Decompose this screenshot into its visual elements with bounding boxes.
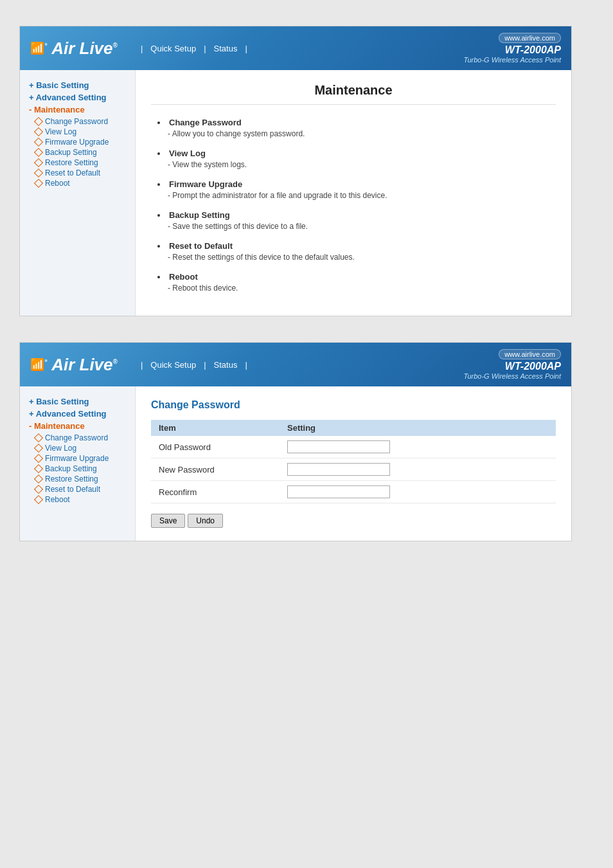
old-password-label: Old Password — [151, 436, 280, 458]
sidebar-backup-setting-2[interactable]: Backup Setting — [35, 464, 126, 473]
sidebar-firmware-upgrade-1[interactable]: Firmware Upgrade — [35, 138, 126, 147]
reconfirm-input[interactable] — [287, 485, 390, 498]
reconfirm-label: Reconfirm — [151, 481, 280, 503]
maint-reboot: Reboot - Reboot this device. — [151, 272, 556, 293]
nav-pipe-1: | — [141, 44, 143, 53]
save-button[interactable]: Save — [151, 514, 185, 528]
header-right-1: www.airlive.com WT-2000AP Turbo-G Wirele… — [464, 33, 562, 64]
table-row-new-password: New Password — [151, 458, 556, 481]
diamond-icon-11 — [34, 464, 43, 473]
sidebar-view-log-2[interactable]: View Log — [35, 444, 126, 453]
wifi-icon-1: 📶 — [30, 41, 44, 55]
sidebar-reset-default-2[interactable]: Reset to Default — [35, 485, 126, 494]
diamond-icon-10 — [34, 454, 43, 463]
brand-subtitle-2: Turbo-G Wireless Access Point — [464, 372, 562, 380]
brand-logo-2: • Air Live® — [44, 355, 118, 375]
nav-pipe-6: | — [245, 360, 247, 370]
maint-fw-desc: - Prompt the administrator for a file an… — [168, 191, 556, 200]
sidebar-maintenance-2[interactable]: - Maintenance — [29, 421, 126, 431]
maint-reset-default: Reset to Default - Reset the settings of… — [151, 241, 556, 262]
brand-model-2: WT-2000AP — [464, 361, 562, 372]
diamond-icon-6 — [34, 168, 43, 177]
main-content-2: Change Password Item Setting Old Passwor… — [136, 386, 571, 541]
sidebar-advanced-setting-1[interactable]: + Advanced Setting — [29, 93, 126, 102]
sidebar-backup-setting-1[interactable]: Backup Setting — [35, 148, 126, 157]
nav-pipe-5: | — [204, 360, 206, 370]
col-item-header: Item — [151, 420, 280, 436]
logo-area-1: 📶 • Air Live® — [30, 39, 118, 59]
sidebar-change-password-1[interactable]: Change Password — [35, 117, 126, 126]
diamond-icon-4 — [34, 148, 43, 157]
sidebar-2: + Basic Setting + Advanced Setting - Mai… — [20, 386, 136, 541]
diamond-icon-5 — [34, 158, 43, 167]
sidebar-reset-default-1[interactable]: Reset to Default — [35, 168, 126, 177]
sidebar-maintenance-1[interactable]: - Maintenance — [29, 105, 126, 114]
status-link-1[interactable]: Status — [214, 44, 238, 53]
body-area-2: + Basic Setting + Advanced Setting - Mai… — [20, 386, 571, 541]
header-left-1: 📶 • Air Live® | Quick Setup | Status | — [30, 39, 251, 59]
diamond-icon-7 — [34, 179, 43, 188]
sidebar-view-log-1[interactable]: View Log — [35, 127, 126, 136]
change-password-title: Change Password — [151, 399, 556, 411]
col-setting-header: Setting — [280, 420, 556, 436]
header-left-2: 📶 • Air Live® | Quick Setup | Status | — [30, 355, 251, 375]
sidebar-restore-setting-2[interactable]: Restore Setting — [35, 475, 126, 484]
maint-bk-title: Backup Setting — [157, 210, 556, 220]
form-buttons: Save Undo — [151, 514, 556, 528]
body-area-1: + Basic Setting + Advanced Setting - Mai… — [20, 70, 571, 316]
reconfirm-cell — [280, 481, 556, 503]
maintenance-title: Maintenance — [151, 83, 556, 105]
maint-rb-desc: - Reboot this device. — [168, 284, 556, 293]
sidebar-firmware-upgrade-2[interactable]: Firmware Upgrade — [35, 454, 126, 463]
old-password-cell — [280, 436, 556, 458]
brand-logo-1: • Air Live® — [44, 39, 118, 59]
maint-bk-desc: - Save the settings of this device to a … — [168, 222, 556, 231]
table-row-reconfirm: Reconfirm — [151, 481, 556, 503]
quick-setup-link-2[interactable]: Quick Setup — [150, 360, 196, 370]
sidebar-reboot-2[interactable]: Reboot — [35, 495, 126, 504]
new-password-input[interactable] — [287, 463, 390, 476]
password-form-table: Item Setting Old Password New Password — [151, 420, 556, 503]
sidebar-change-password-2[interactable]: Change Password — [35, 433, 126, 442]
undo-button[interactable]: Undo — [188, 514, 223, 528]
old-password-input[interactable] — [287, 440, 390, 453]
diamond-icon-1 — [34, 117, 43, 126]
brand-url-2: www.airlive.com — [499, 349, 561, 359]
maint-rd-desc: - Reset the settings of this device to t… — [168, 253, 556, 262]
maint-rb-title: Reboot — [157, 272, 556, 282]
sidebar-1: + Basic Setting + Advanced Setting - Mai… — [20, 70, 136, 316]
brand-model-1: WT-2000AP — [464, 44, 562, 56]
brand-subtitle-1: Turbo-G Wireless Access Point — [464, 56, 562, 64]
new-password-label: New Password — [151, 458, 280, 481]
diamond-icon-13 — [34, 485, 43, 494]
nav-pipe-2: | — [204, 44, 206, 53]
sidebar-reboot-1[interactable]: Reboot — [35, 179, 126, 188]
header-2: 📶 • Air Live® | Quick Setup | Status | w… — [20, 343, 571, 386]
maint-vl-desc: - View the system logs. — [168, 160, 556, 169]
diamond-icon-14 — [34, 495, 43, 504]
panel-change-password: 📶 • Air Live® | Quick Setup | Status | w… — [19, 342, 572, 541]
sidebar-basic-setting-2[interactable]: + Basic Setting — [29, 397, 126, 406]
diamond-icon-8 — [34, 433, 43, 442]
sidebar-advanced-setting-2[interactable]: + Advanced Setting — [29, 409, 126, 419]
maint-vl-title: View Log — [157, 149, 556, 158]
nav-links-2: | Quick Setup | Status | — [137, 360, 251, 370]
status-link-2[interactable]: Status — [214, 360, 238, 370]
quick-setup-link-1[interactable]: Quick Setup — [150, 44, 196, 53]
panel-maintenance-overview: 📶 • Air Live® | Quick Setup | Status | w… — [19, 26, 572, 316]
maint-backup: Backup Setting - Save the settings of th… — [151, 210, 556, 231]
maint-fw-title: Firmware Upgrade — [157, 179, 556, 189]
header-right-2: www.airlive.com WT-2000AP Turbo-G Wirele… — [464, 349, 562, 380]
wifi-icon-2: 📶 — [30, 357, 44, 372]
maint-firmware: Firmware Upgrade - Prompt the administra… — [151, 179, 556, 200]
sidebar-restore-setting-1[interactable]: Restore Setting — [35, 158, 126, 167]
sidebar-basic-setting-1[interactable]: + Basic Setting — [29, 80, 126, 90]
new-password-cell — [280, 458, 556, 481]
main-content-1: Maintenance Change Password - Allow you … — [136, 70, 571, 316]
table-row-old-password: Old Password — [151, 436, 556, 458]
brand-url-1: www.airlive.com — [499, 33, 561, 43]
diamond-icon-12 — [34, 475, 43, 484]
nav-pipe-4: | — [141, 360, 143, 370]
nav-pipe-3: | — [245, 44, 247, 53]
maint-view-log: View Log - View the system logs. — [151, 149, 556, 169]
